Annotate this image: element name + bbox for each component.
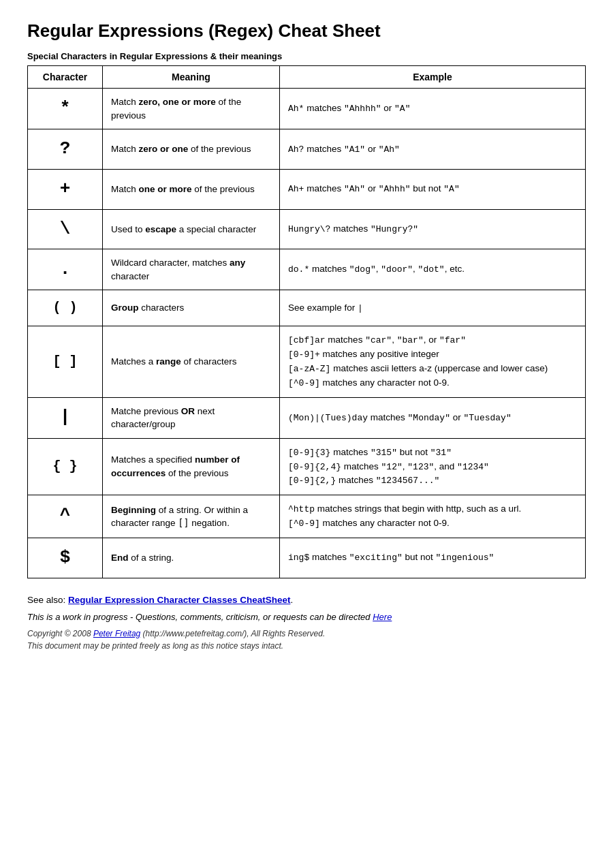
example-cell: ing$ matches "exciting" but not "ingenio…: [280, 538, 586, 578]
example-cell: [0-9]{3} matches "315" but not "31"[0-9]…: [280, 438, 586, 495]
table-row: |Matche previous OR next character/group…: [28, 397, 586, 438]
meaning-cell: Group characters: [103, 290, 280, 326]
example-cell: Hungry\? matches "Hungry?": [280, 209, 586, 249]
char-cell: +: [28, 169, 103, 209]
char-cell: { }: [28, 438, 103, 495]
meaning-cell: Matches a specified number of occurrence…: [103, 438, 280, 495]
see-also-link[interactable]: Regular Expression Character Classes Che…: [68, 595, 290, 605]
char-cell: ^: [28, 495, 103, 538]
col-header-example: Example: [280, 66, 586, 89]
example-cell: Ah* matches "Ahhhh" or "A": [280, 89, 586, 129]
col-header-character: Character: [28, 66, 103, 89]
copyright-line1: Copyright © 2008 Peter Freitag (http://w…: [27, 629, 325, 638]
meaning-cell: Wildcard character, matches any characte…: [103, 249, 280, 290]
meaning-cell: End of a string.: [103, 538, 280, 578]
table-row: [ ]Matches a range of characters[cbf]ar …: [28, 326, 586, 397]
table-row: ( )Group charactersSee example for |: [28, 290, 586, 326]
table-row: +Match one or more of the previousAh+ ma…: [28, 169, 586, 209]
table-row: .Wildcard character, matches any charact…: [28, 249, 586, 290]
table-row: $End of a string.ing$ matches "exciting"…: [28, 538, 586, 578]
work-progress-label: This is a work in progress - Questions, …: [27, 612, 373, 622]
table-row: *Match zero, one or more of the previous…: [28, 89, 586, 129]
char-cell: [ ]: [28, 326, 103, 397]
table-row: { }Matches a specified number of occurre…: [28, 438, 586, 495]
example-cell: ^http matches strings that begin with ht…: [280, 495, 586, 538]
copyright-line2: This document may be printed freely as l…: [27, 641, 283, 651]
meaning-cell: Match one or more of the previous: [103, 169, 280, 209]
col-header-meaning: Meaning: [103, 66, 280, 89]
char-cell: $: [28, 538, 103, 578]
example-cell: [cbf]ar matches "car", "bar", or "far"[0…: [280, 326, 586, 397]
meaning-cell: Matche previous OR next character/group: [103, 397, 280, 438]
meaning-cell: Beginning of a string. Or within a chara…: [103, 495, 280, 538]
work-progress-link[interactable]: Here: [373, 612, 392, 622]
table-row: \Used to escape a special characterHungr…: [28, 209, 586, 249]
example-cell: Ah+ matches "Ah" or "Ahhh" but not "A": [280, 169, 586, 209]
example-cell: Ah? matches "A1" or "Ah": [280, 129, 586, 170]
copyright-link[interactable]: Peter Freitag: [93, 629, 140, 638]
char-cell: .: [28, 249, 103, 290]
char-cell: ( ): [28, 290, 103, 326]
meaning-cell: Match zero, one or more of the previous: [103, 89, 280, 129]
char-cell: \: [28, 209, 103, 249]
regex-table: Character Meaning Example *Match zero, o…: [27, 65, 586, 578]
table-row: ?Match zero or one of the previousAh? ma…: [28, 129, 586, 170]
page-title: Regular Expressions (Regex) Cheat Sheet: [27, 20, 586, 42]
see-also-section: See also: Regular Expression Character C…: [27, 595, 586, 605]
char-cell: ?: [28, 129, 103, 170]
meaning-cell: Used to escape a special character: [103, 209, 280, 249]
meaning-cell: Matches a range of characters: [103, 326, 280, 397]
work-progress-text: This is a work in progress - Questions, …: [27, 612, 586, 622]
example-cell: (Mon)|(Tues)day matches "Monday" or "Tue…: [280, 397, 586, 438]
char-cell: |: [28, 397, 103, 438]
subtitle: Special Characters in Regular Expression…: [27, 51, 586, 61]
see-also-label: See also:: [27, 595, 68, 605]
char-cell: *: [28, 89, 103, 129]
copyright-section: Copyright © 2008 Peter Freitag (http://w…: [27, 627, 586, 652]
meaning-cell: Match zero or one of the previous: [103, 129, 280, 170]
example-cell: do.* matches "dog", "door", "dot", etc.: [280, 249, 586, 290]
example-cell: See example for |: [280, 290, 586, 326]
table-row: ^Beginning of a string. Or within a char…: [28, 495, 586, 538]
